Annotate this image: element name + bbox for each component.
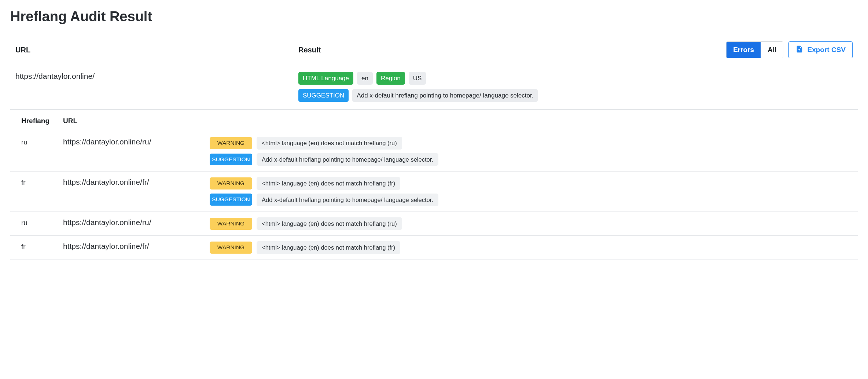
export-csv-button[interactable]: Export CSV (788, 41, 853, 58)
info-tag: US (409, 72, 426, 85)
hreflang-value: fr (21, 177, 63, 187)
message-text: Add x-default hreflang pointing to homep… (257, 194, 438, 206)
column-header-result: Result (298, 46, 722, 54)
message-text: <html> language (en) does not match href… (257, 241, 400, 254)
main-table-header: URL Result Errors All Export CSV (10, 38, 858, 65)
message-line: WARNING<html> language (en) does not mat… (210, 241, 853, 254)
column-header-suburl: URL (63, 117, 210, 125)
message-text: <html> language (en) does not match href… (257, 177, 400, 190)
message-text: <html> language (en) does not match href… (257, 217, 402, 230)
hreflang-value: ru (21, 137, 63, 146)
warning-badge: WARNING (210, 177, 252, 190)
warning-badge: WARNING (210, 137, 252, 149)
main-url-row: https://dantaylor.online/ HTML Languagee… (10, 65, 858, 110)
row-url: https://dantaylor.online/ru/ (63, 137, 210, 146)
table-row: ruhttps://dantaylor.online/ru/WARNING<ht… (10, 131, 858, 172)
message-line: WARNING<html> language (en) does not mat… (210, 217, 853, 230)
table-row: ruhttps://dantaylor.online/ru/WARNING<ht… (10, 212, 858, 236)
suggestion-text: Add x-default hreflang pointing to homep… (352, 89, 538, 102)
sub-table-header: Hreflang URL (10, 110, 858, 131)
info-tag: en (357, 72, 373, 85)
message-line: WARNING<html> language (en) does not mat… (210, 177, 853, 190)
suggestion-badge: SUGGESTION (298, 89, 349, 102)
suggestion-badge: SUGGESTION (210, 154, 252, 166)
hreflang-value: ru (21, 217, 63, 227)
main-url: https://dantaylor.online/ (15, 72, 294, 102)
filter-all-button[interactable]: All (761, 42, 783, 58)
row-messages: WARNING<html> language (en) does not mat… (210, 217, 853, 230)
suggestion-badge: SUGGESTION (210, 194, 252, 206)
warning-badge: WARNING (210, 242, 252, 254)
export-icon (795, 45, 803, 55)
column-header-hreflang: Hreflang (21, 117, 63, 125)
info-tag: Region (376, 72, 405, 85)
info-tag: HTML Language (298, 72, 353, 85)
row-url: https://dantaylor.online/ru/ (63, 217, 210, 227)
message-line: WARNING<html> language (en) does not mat… (210, 137, 853, 149)
row-url: https://dantaylor.online/fr/ (63, 241, 210, 251)
row-messages: WARNING<html> language (en) does not mat… (210, 177, 853, 206)
row-messages: WARNING<html> language (en) does not mat… (210, 137, 853, 166)
column-header-url: URL (15, 46, 294, 54)
filter-toggle-group: Errors All (726, 41, 783, 58)
message-text: Add x-default hreflang pointing to homep… (257, 153, 438, 166)
filter-errors-button[interactable]: Errors (727, 42, 761, 58)
message-line: SUGGESTIONAdd x-default hreflang pointin… (210, 194, 853, 206)
table-row: frhttps://dantaylor.online/fr/WARNING<ht… (10, 172, 858, 212)
message-line: SUGGESTIONAdd x-default hreflang pointin… (210, 153, 853, 166)
export-label: Export CSV (807, 46, 846, 54)
page-title: Hreflang Audit Result (10, 9, 858, 25)
warning-badge: WARNING (210, 218, 252, 230)
row-url: https://dantaylor.online/fr/ (63, 177, 210, 187)
main-info-tags: HTML LanguageenRegionUS (298, 72, 853, 85)
message-text: <html> language (en) does not match href… (257, 137, 402, 149)
hreflang-value: fr (21, 241, 63, 251)
row-messages: WARNING<html> language (en) does not mat… (210, 241, 853, 254)
main-suggestion-row: SUGGESTION Add x-default hreflang pointi… (298, 89, 853, 102)
table-row: frhttps://dantaylor.online/fr/WARNING<ht… (10, 236, 858, 260)
